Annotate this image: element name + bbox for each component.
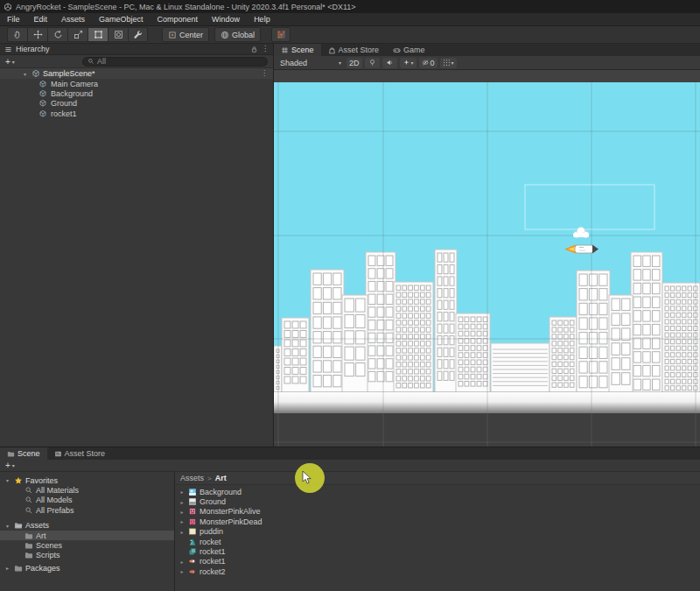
- create-button[interactable]: +: [5, 461, 10, 470]
- grid-snapping-button[interactable]: [271, 27, 290, 42]
- asset-row-rocket-5[interactable]: rocket: [175, 537, 700, 546]
- hierarchy-toolbar: + ▾ All: [0, 55, 273, 68]
- search-filter-label: All: [97, 57, 106, 66]
- create-dropdown-icon[interactable]: ▾: [12, 462, 15, 468]
- menu-assets[interactable]: Assets: [54, 13, 92, 26]
- tab-game[interactable]: Game: [386, 44, 432, 56]
- breadcrumb-root[interactable]: Assets: [180, 474, 204, 482]
- main-toolbar: Center Global: [0, 26, 700, 44]
- search-icon: [88, 58, 94, 65]
- create-dropdown-icon[interactable]: ▾: [12, 59, 15, 65]
- expand-arrow-icon[interactable]: ▸: [178, 518, 186, 524]
- draw-mode-dropdown[interactable]: Shaded ▾: [277, 58, 344, 68]
- breadcrumb-current[interactable]: Art: [215, 474, 227, 482]
- thumb-frames-icon: [188, 547, 197, 556]
- 2d-toggle-button[interactable]: 2D: [346, 58, 362, 68]
- grid-visibility-button[interactable]: ▾: [440, 58, 457, 68]
- hamburger-icon: [4, 46, 12, 53]
- orientation-toggle-button[interactable]: Global: [214, 27, 261, 42]
- asset-row-rocket1-7[interactable]: ▸rocket1: [175, 557, 700, 566]
- asset-row-ground-1[interactable]: ▸Ground: [175, 496, 700, 506]
- custom-tool-icon: [133, 30, 143, 39]
- scale-tool-button[interactable]: [67, 27, 88, 42]
- pivot-toggle-button[interactable]: Center: [162, 27, 209, 42]
- effects-star-icon: [402, 59, 410, 67]
- rotate-tool-button[interactable]: [47, 27, 67, 42]
- tree-item-assets[interactable]: ▾Assets: [0, 521, 174, 531]
- asset-row-rocket2-8[interactable]: ▸rocket2: [175, 566, 700, 576]
- tab-asset-store[interactable]: Asset Store: [321, 44, 387, 56]
- asset-row-monsterpinkalive-2[interactable]: ▸MonsterPinkAlive: [175, 507, 700, 517]
- tree-item-scripts[interactable]: Scripts: [0, 551, 174, 560]
- tab-scene[interactable]: Scene: [274, 44, 321, 56]
- rect-tool-button[interactable]: [88, 27, 108, 42]
- tab-console[interactable]: Asset Store: [47, 447, 113, 460]
- tree-item-all-prefabs[interactable]: All Prefabs: [0, 505, 174, 515]
- transform-tool-button[interactable]: [108, 27, 128, 42]
- asset-row-rocket1-6[interactable]: rocket1: [175, 546, 700, 556]
- hierarchy-item-rocket1[interactable]: rocket1: [0, 109, 273, 118]
- tab-project[interactable]: Scene: [0, 447, 47, 460]
- expand-arrow-icon[interactable]: ▸: [178, 529, 186, 535]
- menu-help[interactable]: Help: [247, 13, 277, 26]
- tree-item-all-models[interactable]: All Models: [0, 496, 174, 505]
- hierarchy-item-background[interactable]: Background: [0, 88, 273, 98]
- scene-root-row[interactable]: ▾ SampleScene* ⋮: [0, 68, 273, 79]
- expand-arrow-icon[interactable]: ▸: [178, 499, 186, 505]
- lock-icon[interactable]: [250, 46, 258, 53]
- hierarchy-item-main-camera[interactable]: Main Camera: [0, 79, 273, 88]
- chevron-down-icon[interactable]: ▾: [452, 60, 454, 66]
- panel-menu-icon[interactable]: ⋮: [262, 46, 269, 53]
- foldout-open-icon[interactable]: ▾: [21, 71, 29, 77]
- hierarchy-search-field[interactable]: All: [82, 57, 268, 67]
- scene-visibility-button[interactable]: 0: [419, 58, 438, 68]
- chevron-down-icon[interactable]: ▾: [411, 60, 414, 66]
- custom-tool-button[interactable]: [128, 27, 148, 42]
- scene-panel: SceneAsset StoreGame Shaded ▾ 2D ▾ 0 ▾: [274, 44, 700, 447]
- tab-label: Asset Store: [339, 46, 380, 54]
- scene-toolbar: Shaded ▾ 2D ▾ 0 ▾: [274, 56, 700, 70]
- scale-tool-icon: [74, 30, 83, 39]
- effects-toggle-button[interactable]: ▾: [400, 58, 416, 68]
- transform-tool-icon: [114, 30, 123, 39]
- unity-logo-icon: [4, 3, 12, 11]
- foldout-open-icon[interactable]: ▾: [4, 523, 11, 529]
- tree-item-scenes[interactable]: Scenes: [0, 540, 174, 550]
- tab-label: Game: [403, 46, 425, 54]
- asset-label: rocket1: [200, 557, 226, 566]
- menu-component[interactable]: Component: [150, 13, 206, 26]
- hierarchy-panel: Hierarchy ⋮ + ▾ All ▾ SampleScene* ⋮ Mai…: [0, 44, 274, 447]
- menu-gameobject[interactable]: GameObject: [92, 13, 150, 26]
- move-tool-button[interactable]: [27, 27, 47, 42]
- menu-file[interactable]: File: [0, 13, 27, 26]
- expand-arrow-icon[interactable]: ▸: [178, 559, 186, 565]
- audio-toggle-button[interactable]: [382, 58, 397, 68]
- menu-edit[interactable]: Edit: [27, 13, 55, 26]
- tree-item-packages[interactable]: ▸Packages: [0, 563, 174, 573]
- foldout-open-icon[interactable]: ▾: [4, 477, 11, 483]
- foldout-closed-icon[interactable]: ▸: [4, 565, 11, 571]
- asset-row-background-0[interactable]: ▸Background: [175, 487, 700, 496]
- create-button[interactable]: +: [5, 57, 10, 67]
- lighting-toggle-button[interactable]: [365, 58, 380, 68]
- cube-icon: [38, 80, 47, 88]
- thumb-sky-icon: [188, 488, 197, 496]
- tree-item-all-materials[interactable]: All Materials: [0, 485, 174, 495]
- scene-options-icon[interactable]: ⋮: [261, 70, 273, 77]
- hierarchy-tab[interactable]: Hierarchy: [16, 45, 50, 53]
- asset-row-puddin-4[interactable]: ▸puddin: [175, 527, 700, 537]
- search-icon: [24, 496, 33, 504]
- expand-arrow-icon[interactable]: ▸: [178, 568, 186, 574]
- tree-item-art[interactable]: Art: [0, 531, 174, 540]
- asset-row-monsterpinkdead-3[interactable]: ▸MonsterPinkDead: [175, 517, 700, 526]
- tree-item-label: Scripts: [36, 551, 60, 559]
- tree-item-favorites[interactable]: ▾Favorites: [0, 475, 174, 485]
- hand-tool-button[interactable]: [7, 27, 27, 42]
- scene-viewport[interactable]: [274, 70, 700, 447]
- expand-arrow-icon[interactable]: ▸: [178, 489, 186, 495]
- menu-window[interactable]: Window: [205, 13, 247, 26]
- thumb-monster-alive-icon: [188, 507, 197, 516]
- eye-off-icon: [422, 59, 430, 67]
- hierarchy-item-ground[interactable]: Ground: [0, 99, 273, 109]
- expand-arrow-icon[interactable]: ▸: [178, 509, 186, 515]
